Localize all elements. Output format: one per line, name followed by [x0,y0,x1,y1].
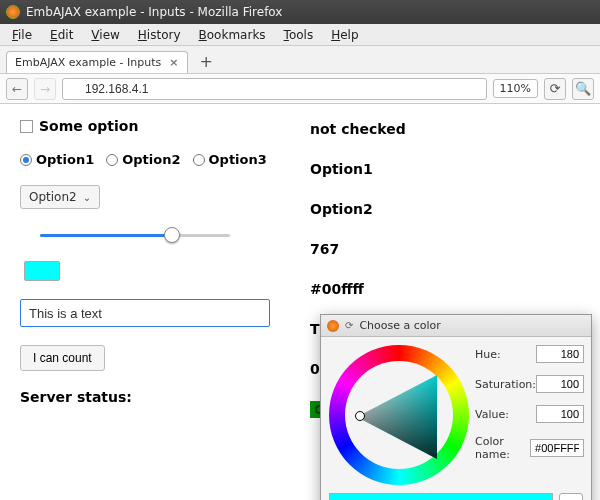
radio-output: Option1 [310,158,590,180]
radio-icon [193,154,205,166]
menu-bar: File Edit View History Bookmarks Tools H… [0,24,600,46]
radio-icon [20,154,32,166]
color-preview [329,493,553,500]
slider-thumb[interactable] [164,227,180,243]
menu-tools[interactable]: Tools [276,26,322,44]
hue-input[interactable] [536,345,584,363]
menu-file[interactable]: File [4,26,40,44]
window-titlebar: EmbAJAX example - Inputs - Mozilla Firef… [0,0,600,24]
hue-label: Hue: [475,348,501,361]
chevron-down-icon: ⌄ [83,192,91,203]
slider[interactable] [40,227,230,243]
color-input[interactable] [24,261,60,281]
color-name-input[interactable] [530,439,584,457]
window-title: EmbAJAX example - Inputs - Mozilla Firef… [26,5,282,19]
radio-group: Option1 Option2 Option3 [20,152,300,167]
option-select[interactable]: Option2 ⌄ [20,185,100,209]
zoom-indicator[interactable]: 110% [493,79,538,98]
browser-tab[interactable]: EmbAJAX example - Inputs × [6,51,188,73]
back-button[interactable]: ← [6,78,28,100]
radio-option3[interactable]: Option3 [193,152,267,167]
color-wheel[interactable] [329,345,469,485]
text-input[interactable] [20,299,270,327]
navigation-toolbar: ← → i 110% ⟳ 🔍 [0,74,600,104]
select-value: Option2 [29,190,77,204]
reload-button[interactable]: ⟳ [544,78,566,100]
radio-option2[interactable]: Option2 [106,152,180,167]
slider-fill [40,234,170,237]
radio-icon [106,154,118,166]
some-option-label: Some option [39,118,138,134]
color-output: #00ffff [310,278,590,300]
menu-view[interactable]: View [83,26,127,44]
value-input[interactable] [536,405,584,423]
checkbox-output: not checked [310,118,590,140]
menu-history[interactable]: History [130,26,189,44]
saturation-input[interactable] [536,375,584,393]
close-icon[interactable]: × [169,56,178,69]
slider-output: 767 [310,238,590,260]
value-label: Value: [475,408,509,421]
color-cursor[interactable] [355,411,365,421]
firefox-icon [6,5,20,19]
color-picker-dialog[interactable]: ⟳ Choose a color Hue: Saturation: Value:… [320,314,592,500]
color-picker-title: Choose a color [359,319,440,332]
forward-button[interactable]: → [34,78,56,100]
select-output: Option2 [310,198,590,220]
radio-option1[interactable]: Option1 [20,152,94,167]
menu-bookmarks[interactable]: Bookmarks [191,26,274,44]
color-picker-titlebar[interactable]: ⟳ Choose a color [321,315,591,337]
page-content: Some option Option1 Option2 Option3 Opti… [0,104,600,500]
refresh-icon[interactable]: ⟳ [345,320,353,331]
new-tab-button[interactable]: + [192,50,221,73]
firefox-icon [327,320,339,332]
saturation-label: Saturation: [475,378,536,391]
count-button[interactable]: I can count [20,345,105,371]
some-option-checkbox[interactable] [20,120,33,133]
tab-strip: EmbAJAX example - Inputs × + [0,46,600,74]
menu-edit[interactable]: Edit [42,26,81,44]
server-status-label: Server status: [20,389,132,405]
address-bar[interactable] [62,78,487,100]
color-name-label: Color name: [475,435,530,461]
search-button[interactable]: 🔍 [572,78,594,100]
eyedropper-button[interactable]: ◧ [559,493,583,500]
menu-help[interactable]: Help [323,26,366,44]
tab-label: EmbAJAX example - Inputs [15,56,161,69]
